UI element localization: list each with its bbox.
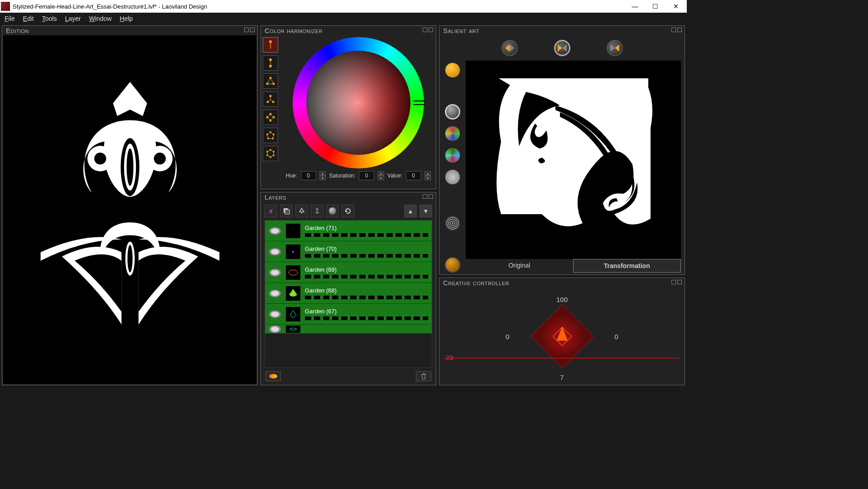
svg-line-24 <box>270 100 273 102</box>
layer-timeline <box>305 296 428 299</box>
layer-thumbnail <box>286 224 300 238</box>
layer-row[interactable]: Garden (71) <box>265 221 432 241</box>
minimize-button[interactable]: — <box>625 0 645 13</box>
visibility-toggle-icon[interactable] <box>269 248 281 256</box>
salient-next-button[interactable] <box>607 40 623 56</box>
menu-layer[interactable]: Layer <box>65 15 81 22</box>
layer-name: Garden (68) <box>305 287 428 294</box>
layer-row[interactable]: Garden (67) <box>265 304 432 325</box>
salient-tabs: Original Transformation <box>466 259 681 273</box>
menu-help[interactable]: Help <box>120 15 133 22</box>
layer-thumbnail <box>286 244 300 259</box>
layer-timeline <box>305 233 428 237</box>
value-input[interactable] <box>406 171 421 180</box>
menu-tools[interactable]: Tools <box>42 15 57 22</box>
panel-close-icon[interactable] <box>677 28 682 32</box>
harmony-mode-triad[interactable] <box>263 73 278 89</box>
visibility-toggle-icon[interactable] <box>269 325 281 333</box>
tab-original[interactable]: Original <box>466 259 573 273</box>
panel-close-icon[interactable] <box>677 280 682 284</box>
layer-name: Garden (67) <box>305 308 428 315</box>
layer-move-down-button[interactable]: ▼ <box>420 205 432 217</box>
layers-list[interactable]: Garden (71) Garden (70) Garden (69) Gard… <box>265 220 432 368</box>
layer-merge-button[interactable] <box>295 205 308 217</box>
panel-close-icon[interactable] <box>250 28 255 32</box>
value-label: Value: <box>387 173 402 179</box>
hue-input[interactable] <box>301 171 316 180</box>
layer-thumbnail <box>286 286 300 301</box>
visibility-toggle-icon[interactable] <box>269 268 281 277</box>
svg-line-23 <box>268 100 270 102</box>
panel-float-icon[interactable] <box>423 28 427 32</box>
salient-canvas[interactable] <box>466 61 681 259</box>
layer-row[interactable]: Garden (68) <box>265 283 432 304</box>
hue-spinner[interactable]: ▲▼ <box>319 171 326 180</box>
panel-creative-controller: Creative controller 100 0 0 7 23 <box>439 278 685 385</box>
panel-title-creative: Creative controller <box>439 278 685 288</box>
layer-row[interactable]: Garden (69) <box>265 262 432 283</box>
visibility-toggle-icon[interactable] <box>269 227 281 235</box>
layer-fx-button[interactable] <box>326 205 339 217</box>
panel-float-icon[interactable] <box>423 194 427 199</box>
panel-close-icon[interactable] <box>429 194 433 199</box>
salient-tool-mesh[interactable] <box>445 216 460 231</box>
salient-tool-rotate[interactable] <box>445 257 460 273</box>
panel-title-layers: Layers <box>261 192 436 202</box>
harmony-mode-square[interactable] <box>263 110 278 125</box>
layer-name: Garden (70) <box>305 245 428 252</box>
layer-anchor-button[interactable] <box>311 205 323 217</box>
panel-float-icon[interactable] <box>671 280 676 284</box>
salient-prev-button[interactable] <box>502 40 518 56</box>
edition-artwork <box>24 60 236 359</box>
color-wheel[interactable] <box>293 37 424 168</box>
harmony-mode-list <box>263 37 281 187</box>
panel-title-harmonizer: Color harmonizer <box>261 26 436 35</box>
layer-delete-button[interactable] <box>416 371 431 381</box>
harmony-mode-complement[interactable] <box>263 55 278 71</box>
value-spinner[interactable]: ▲▼ <box>424 171 431 180</box>
harmony-mode-hexagon[interactable] <box>263 146 278 161</box>
layer-timeline <box>305 254 428 258</box>
menu-edit[interactable]: Edit <box>23 15 34 22</box>
harmony-mode-pentagon[interactable] <box>263 128 278 143</box>
harmony-mode-split[interactable] <box>263 91 278 107</box>
panel-salient-art: Salient art <box>439 25 685 275</box>
tab-transformation[interactable]: Transformation <box>573 259 681 273</box>
close-button[interactable]: ✕ <box>665 0 686 13</box>
visibility-toggle-icon[interactable] <box>269 310 281 318</box>
layer-new-button[interactable] <box>280 205 293 217</box>
layer-refresh-button[interactable] <box>342 205 354 217</box>
svg-point-43 <box>289 270 298 275</box>
layer-row[interactable]: Garden (70) <box>265 241 432 262</box>
menu-file[interactable]: File <box>5 15 15 22</box>
salient-tool-gold[interactable] <box>445 62 460 78</box>
panel-float-icon[interactable] <box>671 28 676 32</box>
maximize-button[interactable]: ☐ <box>645 0 665 13</box>
salient-tool-multi1[interactable] <box>445 126 460 141</box>
layer-move-up-button[interactable]: ▲ <box>404 205 417 217</box>
salient-tool-multi2[interactable] <box>445 148 460 163</box>
hue-label: Hue: <box>286 173 297 179</box>
harmony-mode-mono[interactable] <box>263 37 278 53</box>
creative-red-value: 23 <box>446 354 453 361</box>
panel-layers: Layers # ▲ ▼ Garden (71) <box>260 192 436 385</box>
layer-color-button[interactable] <box>265 371 281 381</box>
salient-tool-star[interactable] <box>445 104 460 120</box>
layer-row[interactable] <box>265 325 432 334</box>
panel-float-icon[interactable] <box>244 28 249 32</box>
creative-canvas[interactable]: 100 0 0 7 23 <box>439 288 685 385</box>
creative-value-top: 100 <box>556 296 568 303</box>
menu-window[interactable]: Window <box>89 15 111 22</box>
panel-close-icon[interactable] <box>429 28 433 32</box>
saturation-input[interactable] <box>359 171 374 180</box>
visibility-toggle-icon[interactable] <box>269 289 281 297</box>
edition-canvas[interactable] <box>3 35 256 384</box>
salient-center-button[interactable] <box>554 40 570 56</box>
panel-color-harmonizer: Color harmonizer <box>260 25 436 189</box>
menu-bar: File Edit Tools Layer Window Help <box>0 13 687 24</box>
saturation-spinner[interactable]: ▲▼ <box>378 171 384 180</box>
salient-tool-cloud[interactable] <box>445 169 460 185</box>
layer-mode-button[interactable]: # <box>265 205 277 217</box>
hue-marker[interactable] <box>413 101 425 105</box>
panel-title-edition: Edition <box>2 26 257 35</box>
